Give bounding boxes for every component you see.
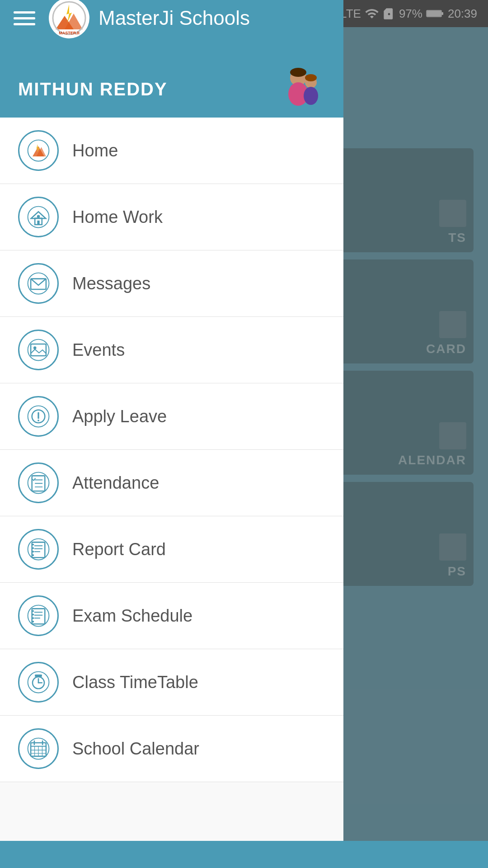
exam-schedule-icon	[27, 604, 50, 627]
svg-point-31	[38, 420, 39, 421]
menu-events-label: Events	[72, 340, 125, 360]
attendance-icon-circle	[18, 462, 59, 503]
app-title: MasterJi Schools	[99, 7, 250, 29]
menu-classtimetable-label: Class TimeTable	[72, 673, 198, 692]
svg-point-22	[37, 215, 40, 218]
svg-point-51	[32, 610, 34, 612]
hamburger-line-3	[14, 23, 35, 25]
class-timetable-icon	[27, 670, 50, 694]
svg-point-52	[32, 613, 34, 615]
schoolcalendar-icon-circle	[18, 728, 59, 769]
homework-icon-circle	[18, 197, 59, 237]
svg-rect-59	[35, 675, 42, 677]
events-icon	[27, 338, 50, 362]
hamburger-line-2	[14, 17, 35, 19]
home-icon	[27, 139, 50, 162]
dim-overlay[interactable]	[343, 0, 488, 841]
app-logo: MASTERJI	[49, 0, 89, 38]
menu-item-examschedule[interactable]: Exam Schedule	[0, 583, 343, 649]
reportcard-icon-circle	[18, 529, 59, 570]
drawer-top-bar: MASTERJI MasterJi Schools	[0, 0, 343, 36]
svg-text:MASTERJI: MASTERJI	[59, 31, 80, 35]
svg-point-54	[32, 621, 34, 623]
examschedule-icon-circle	[18, 595, 59, 636]
menu-reportcard-label: Report Card	[72, 540, 166, 559]
svg-point-42	[32, 544, 34, 546]
menu-schoolcalendar-label: School Calendar	[72, 739, 199, 759]
homework-icon	[27, 205, 50, 229]
svg-point-9	[290, 68, 306, 77]
attendance-icon	[27, 471, 50, 495]
menu-home-label: Home	[72, 141, 118, 160]
svg-point-12	[305, 74, 317, 81]
svg-point-13	[304, 87, 318, 105]
events-icon-circle	[18, 330, 59, 370]
home-icon-circle	[18, 130, 59, 171]
menu-examschedule-label: Exam Schedule	[72, 606, 192, 626]
hamburger-line-1	[14, 11, 35, 14]
svg-point-45	[32, 554, 34, 556]
drawer-menu: Home Home Work	[0, 118, 343, 841]
menu-item-applyleave[interactable]: Apply Leave	[0, 383, 343, 450]
menu-item-homework[interactable]: Home Work	[0, 184, 343, 250]
menu-messages-label: Messages	[72, 274, 150, 293]
report-card-icon	[27, 538, 50, 561]
menu-item-classtimetable[interactable]: Class TimeTable	[0, 649, 343, 716]
menu-applyleave-label: Apply Leave	[72, 407, 167, 426]
apply-leave-icon	[27, 405, 50, 428]
menu-item-reportcard[interactable]: Report Card	[0, 516, 343, 583]
svg-rect-26	[31, 344, 46, 356]
menu-item-home[interactable]: Home	[0, 118, 343, 184]
menu-item-attendance[interactable]: Attendance	[0, 450, 343, 516]
hamburger-button[interactable]	[14, 11, 35, 25]
drawer-header: MASTERJI MasterJi Schools	[0, 0, 343, 118]
app-logo-container: MASTERJI MasterJi Schools	[49, 0, 250, 38]
menu-item-schoolcalendar[interactable]: School Calendar	[0, 716, 343, 782]
svg-point-44	[32, 551, 34, 552]
messages-icon-circle	[18, 263, 59, 304]
avatar-svg	[276, 63, 325, 113]
menu-attendance-label: Attendance	[72, 473, 159, 493]
navigation-drawer: MASTERJI MasterJi Schools	[0, 0, 343, 841]
masterji-logo-svg: MASTERJI	[51, 0, 87, 36]
menu-item-messages[interactable]: Messages	[0, 250, 343, 317]
svg-rect-21	[37, 221, 39, 225]
user-avatar	[276, 63, 325, 113]
menu-item-events[interactable]: Events	[0, 317, 343, 383]
svg-point-43	[32, 547, 34, 549]
messages-icon	[27, 272, 50, 295]
applyleave-icon-circle	[18, 396, 59, 437]
school-calendar-icon	[27, 737, 50, 760]
classtimetable-icon-circle	[18, 662, 59, 703]
menu-homework-label: Home Work	[72, 208, 163, 227]
svg-point-53	[32, 617, 34, 619]
